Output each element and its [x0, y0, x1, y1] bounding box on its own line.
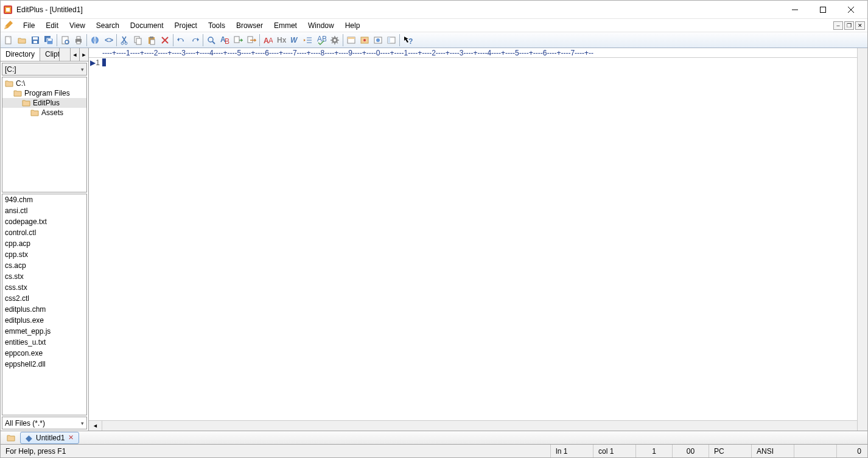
file-item[interactable]: eppcon.exe: [2, 348, 86, 359]
file-item[interactable]: control.ctl: [2, 227, 86, 238]
status-sel: 1: [636, 445, 673, 457]
text-editor[interactable]: [102, 58, 857, 420]
document-tab[interactable]: ◆ Untitled1 ✕: [20, 432, 79, 444]
window-list-icon: [346, 35, 356, 45]
status-bar: For Help, press F1 ln 1 col 1 1 00 PC AN…: [1, 444, 867, 457]
menu-tools[interactable]: Tools: [203, 20, 231, 31]
file-item[interactable]: cs.acp: [2, 260, 86, 271]
status-zero: 0: [837, 445, 867, 457]
svg-rect-2: [6, 8, 10, 12]
menu-emmet[interactable]: Emmet: [268, 20, 303, 31]
find-button[interactable]: [205, 33, 218, 47]
vertical-scrollbar[interactable]: [857, 48, 867, 431]
file-item[interactable]: cs.stx: [2, 271, 86, 282]
menu-browser[interactable]: Browser: [231, 20, 268, 31]
new-file-button[interactable]: [2, 33, 15, 47]
mdi-close-button[interactable]: ✕: [855, 21, 865, 30]
close-button[interactable]: [837, 1, 865, 19]
doc-nav-buttons[interactable]: ◄: [89, 421, 102, 431]
file-item[interactable]: css2.ctl: [2, 293, 86, 304]
line-marker-icon: ▶: [90, 58, 96, 67]
cut-icon: [120, 35, 130, 45]
goto-url-button[interactable]: [245, 33, 258, 47]
file-item[interactable]: eppshell2.dll: [2, 359, 86, 370]
file-item[interactable]: entities_u.txt: [2, 337, 86, 348]
folder-item[interactable]: EditPlus: [2, 98, 86, 108]
larger-font-button[interactable]: AA: [261, 33, 275, 47]
file-filter-select[interactable]: All Files (*.*) ▾: [2, 417, 87, 429]
redo-icon: [190, 35, 200, 45]
menu-view[interactable]: View: [64, 20, 91, 31]
file-item[interactable]: 949.chm: [2, 194, 86, 205]
folder-item[interactable]: Assets: [2, 108, 86, 118]
print-button[interactable]: [72, 33, 85, 47]
tab-scroll-right-button[interactable]: ►: [79, 48, 88, 61]
record-keys-button[interactable]: [358, 33, 371, 47]
delete-button[interactable]: [158, 33, 172, 47]
tab-close-button[interactable]: ✕: [68, 434, 74, 442]
horizontal-scrollbar[interactable]: [102, 421, 857, 431]
menu-help[interactable]: Help: [340, 20, 366, 31]
menu-project[interactable]: Project: [169, 20, 203, 31]
file-item[interactable]: editplus.exe: [2, 315, 86, 326]
minimize-button[interactable]: [781, 1, 809, 19]
toggle-panel-button[interactable]: [385, 33, 398, 47]
copy-icon: [133, 35, 143, 45]
window-list-button[interactable]: [345, 33, 358, 47]
line-number: 1: [96, 58, 100, 67]
paste-button[interactable]: [145, 33, 158, 47]
svg-rect-18: [77, 41, 80, 44]
file-item[interactable]: codepage.txt: [2, 216, 86, 227]
mdi-minimize-button[interactable]: –: [833, 21, 843, 30]
chevron-down-icon: ▾: [81, 420, 84, 426]
copy-button[interactable]: [131, 33, 145, 47]
toggle-browser-button[interactable]: [371, 33, 385, 47]
file-item[interactable]: cpp.stx: [2, 249, 86, 260]
goto-button[interactable]: [231, 33, 245, 47]
save-all-button[interactable]: [42, 33, 55, 47]
status-blank: [794, 445, 837, 457]
word-wrap-button[interactable]: W: [288, 33, 301, 47]
folder-item[interactable]: Program Files: [2, 88, 86, 98]
svg-text:<>: <>: [105, 36, 113, 44]
file-item[interactable]: css.stx: [2, 282, 86, 293]
browser-preview-button[interactable]: [88, 33, 102, 47]
file-item[interactable]: cpp.acp: [2, 238, 86, 249]
maximize-button[interactable]: [809, 1, 837, 19]
save-button[interactable]: [29, 33, 42, 47]
open-file-button[interactable]: [15, 33, 29, 47]
folder-icon[interactable]: [7, 434, 15, 442]
menu-file[interactable]: File: [18, 20, 40, 31]
file-list[interactable]: 949.chmansi.ctlcodepage.txtcontrol.ctlcp…: [2, 194, 87, 415]
folder-item[interactable]: C:\: [2, 79, 86, 88]
tab-directory[interactable]: Directory: [1, 48, 40, 61]
mdi-restore-button[interactable]: ❐: [844, 21, 854, 30]
redo-button[interactable]: [188, 33, 201, 47]
spell-check-button[interactable]: ABC: [315, 33, 328, 47]
folder-tree[interactable]: C:\Program FilesEditPlusAssets: [2, 77, 87, 192]
indent-icon: [303, 35, 313, 45]
menu-search[interactable]: Search: [91, 20, 125, 31]
status-encoding: ANSI: [752, 445, 794, 457]
find-replace-button[interactable]: AB: [218, 33, 231, 47]
undo-button[interactable]: [175, 33, 188, 47]
print-preview-button[interactable]: [58, 33, 72, 47]
tab-cliptext[interactable]: Cliptext: [40, 48, 60, 61]
menu-edit[interactable]: Edit: [40, 20, 64, 31]
svg-rect-53: [388, 37, 390, 43]
tab-scroll-left-button[interactable]: ◄: [70, 48, 79, 61]
cut-button[interactable]: [118, 33, 131, 47]
prefs-button[interactable]: [328, 33, 341, 47]
status-help: For Help, press F1: [1, 445, 551, 457]
menu-window[interactable]: Window: [303, 20, 340, 31]
file-item[interactable]: editplus.chm: [2, 304, 86, 315]
hex-view-button[interactable]: Hx: [275, 33, 288, 47]
help-arrow-button[interactable]: ?: [401, 33, 415, 47]
drive-select[interactable]: [C:] ▾: [2, 63, 87, 76]
svg-rect-13: [48, 39, 52, 41]
indent-button[interactable]: [301, 33, 315, 47]
file-item[interactable]: ansi.ctl: [2, 205, 86, 216]
html-toolbar-button[interactable]: <>: [102, 33, 115, 47]
file-item[interactable]: emmet_epp.js: [2, 326, 86, 337]
menu-document[interactable]: Document: [125, 20, 169, 31]
